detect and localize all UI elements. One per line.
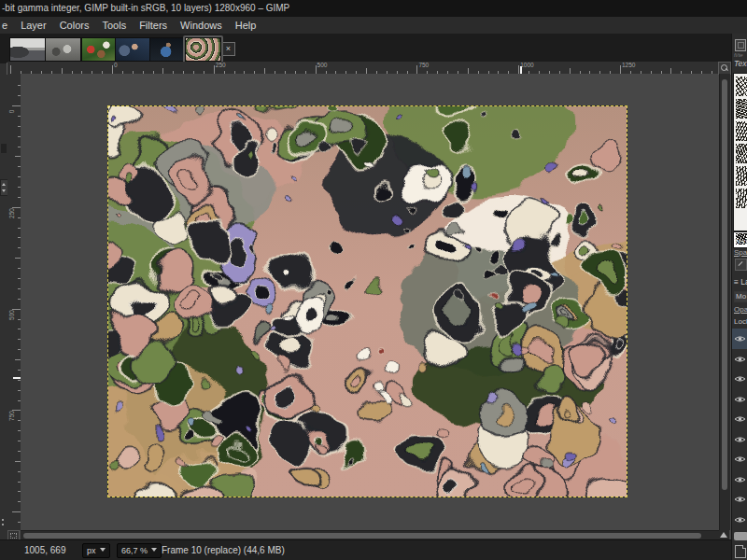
- layer-row[interactable]: [732, 409, 747, 429]
- menu-item-tools[interactable]: Tools: [95, 17, 133, 34]
- edit-icon[interactable]: [735, 259, 747, 271]
- eye-icon[interactable]: [734, 475, 746, 484]
- eye-icon[interactable]: [734, 355, 746, 364]
- dock-hint-text: fi/te: [734, 52, 743, 58]
- ruler-pointer-marker: [13, 377, 21, 379]
- layer-row[interactable]: [732, 510, 747, 530]
- image-tab-portrait-dark-photo[interactable]: [148, 35, 188, 63]
- pointer-position-label: 1005, 669: [24, 540, 66, 560]
- zoom-fit-toggle-button[interactable]: [718, 62, 731, 75]
- close-tab-button[interactable]: ×: [221, 42, 235, 56]
- menu-item-filters[interactable]: Filters: [133, 17, 174, 34]
- image-tab-street-photo[interactable]: [43, 35, 83, 63]
- layer-row[interactable]: [732, 449, 747, 469]
- eye-icon[interactable]: [734, 455, 746, 464]
- chevron-down-icon: [151, 548, 157, 552]
- canvas-image[interactable]: [107, 105, 627, 497]
- h-ruler-label-750: 750: [418, 62, 429, 68]
- layer-lock-label: Lock: [734, 317, 747, 326]
- font-preview-item[interactable]: [736, 144, 747, 163]
- h-ruler-label-0: 0: [114, 62, 118, 68]
- v-ruler-label-750: 750: [8, 409, 15, 424]
- left-dock-dot: [2, 524, 4, 525]
- window-title: -bit gamma integer, GIMP built-in sRGB, …: [2, 3, 289, 13]
- horizontal-ruler: 025050075010001250: [7, 62, 719, 75]
- eye-icon[interactable]: [734, 515, 746, 525]
- quick-mask-icon: [10, 533, 17, 539]
- thumbnail-marbled-frame: [185, 37, 221, 62]
- canvas-viewport[interactable]: [21, 74, 719, 530]
- left-dock-widget-fragment: [1, 144, 7, 153]
- v-ruler-label-250: 250: [8, 205, 15, 220]
- vertical-scrollbar[interactable]: [719, 74, 730, 530]
- eye-icon[interactable]: [734, 395, 746, 404]
- font-preview-item[interactable]: [736, 121, 747, 141]
- navigation-button[interactable]: [719, 530, 729, 539]
- new-layer-icon[interactable]: [735, 545, 746, 558]
- v-ruler-label-500: 500: [8, 307, 15, 322]
- image-tab-row: ×: [0, 34, 747, 63]
- layer-row[interactable]: [732, 389, 747, 410]
- gimp-window: -bit gamma integer, GIMP built-in sRGB, …: [0, 0, 747, 560]
- status-message: Frame 10 (replace) (44,6 MB): [162, 540, 285, 560]
- title-bar[interactable]: -bit gamma integer, GIMP built-in sRGB, …: [0, 0, 747, 17]
- left-dock-dot: [2, 519, 4, 521]
- horizontal-scrollbar-thumb[interactable]: [23, 533, 701, 539]
- unit-dropdown[interactable]: px: [82, 543, 110, 558]
- h-ruler-label-500: 500: [317, 62, 328, 68]
- thumbnail-coastal-photo: [9, 37, 46, 62]
- thumbnail-street-photo: [45, 37, 81, 62]
- layer-row[interactable]: [732, 329, 747, 349]
- menu-item-layer[interactable]: Layer: [14, 17, 53, 34]
- dock-scrollbar-fragment[interactable]: [734, 532, 747, 540]
- ruler-pointer-marker: [520, 66, 522, 74]
- spacing-label: Spac: [734, 248, 747, 257]
- font-preview-item[interactable]: [736, 77, 747, 96]
- menu-item-windows[interactable]: Windows: [174, 17, 229, 34]
- text-section-label: Text: [734, 237, 747, 245]
- layer-mode-label[interactable]: Mo: [734, 291, 747, 302]
- right-dock-sliver: fi/te Text Text Spac ≡ La Mo Opa Lock: [731, 34, 747, 560]
- layers-panel-header[interactable]: ≡ La: [734, 277, 747, 287]
- h-ruler-label-1250: 1250: [622, 62, 635, 68]
- v-ruler-label-0: 0: [8, 105, 15, 119]
- eye-icon[interactable]: [734, 414, 746, 424]
- thumbnail-indoor-blue-photo: [115, 37, 151, 62]
- layer-row[interactable]: [732, 489, 747, 510]
- zoom-dropdown[interactable]: 66,7 %: [117, 543, 162, 558]
- layer-list: [732, 329, 747, 529]
- layer-row[interactable]: [732, 369, 747, 389]
- image-tab-marbled-frame[interactable]: [183, 35, 223, 63]
- status-bar: 1005, 669 px 66,7 % Frame 10 (replace) (…: [0, 539, 747, 560]
- menu-item-e[interactable]: e: [0, 17, 14, 34]
- font-preview-item[interactable]: [736, 99, 747, 119]
- layer-row[interactable]: [732, 349, 747, 370]
- font-preview-item[interactable]: [736, 189, 747, 208]
- font-preview-list[interactable]: [733, 73, 747, 231]
- h-ruler-label-250: 250: [216, 62, 226, 68]
- chevron-down-icon: [100, 548, 106, 552]
- menu-bar: eLayerColorsToolsFiltersWindowsHelp: [0, 17, 747, 35]
- menu-item-colors[interactable]: Colors: [53, 17, 96, 34]
- vertical-ruler: 0250500750: [7, 74, 21, 530]
- layer-opacity-label: Opa: [734, 305, 747, 314]
- layer-row[interactable]: [732, 469, 747, 490]
- layer-row[interactable]: [732, 429, 747, 450]
- image-tab-coastal-photo[interactable]: [7, 35, 48, 63]
- font-preview-item[interactable]: [736, 166, 747, 186]
- eye-icon[interactable]: [734, 334, 746, 343]
- eye-icon[interactable]: [734, 435, 746, 444]
- menu-item-help[interactable]: Help: [229, 17, 263, 34]
- eye-icon[interactable]: [734, 374, 746, 384]
- eye-icon[interactable]: [734, 495, 746, 504]
- text-tool-label: Text: [734, 59, 747, 68]
- navigation-icon: [720, 532, 727, 538]
- dock-tab-icon[interactable]: [735, 39, 746, 51]
- thumbnail-portrait-dark-photo: [149, 37, 186, 62]
- vertical-scrollbar-thumb[interactable]: [722, 79, 727, 490]
